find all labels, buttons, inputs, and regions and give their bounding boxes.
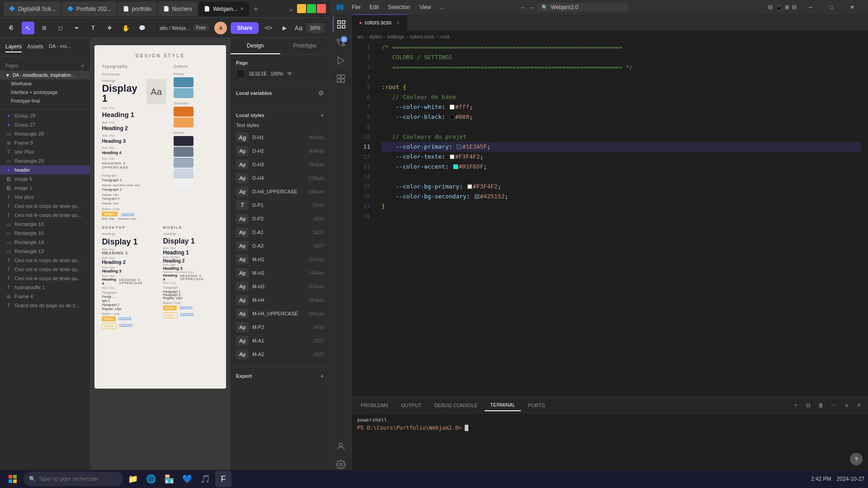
layer-image1[interactable]: 🖼 image 1 xyxy=(0,183,90,192)
activity-source-control[interactable]: 2 xyxy=(333,34,349,51)
menu-selection[interactable]: Selection xyxy=(384,2,414,12)
taskbar-edge[interactable]: 🌐 xyxy=(143,471,159,487)
layer-frame4[interactable]: ⊞ Frame 4 xyxy=(0,292,90,301)
menu-more[interactable]: ... xyxy=(436,2,448,12)
text-style-ma2[interactable]: Ag M-A2 16/27 xyxy=(236,347,324,361)
font-check-icon[interactable]: Aa xyxy=(295,24,302,32)
layout-icon-4[interactable]: ⊟ xyxy=(792,4,797,10)
tab-close-webjam[interactable]: ✕ xyxy=(240,6,244,11)
text-style-mh1[interactable]: Ag M-H1 32/Auto xyxy=(236,253,324,266)
zoom-indicator[interactable]: 36% xyxy=(306,23,324,33)
panel-close-button[interactable]: ✕ xyxy=(854,400,864,411)
text-style-mp2[interactable]: Ag M-P2 14/24 xyxy=(236,320,324,334)
text-style-dh3[interactable]: Ag D-H3 28/Auto xyxy=(236,158,324,171)
tab-design[interactable]: Design xyxy=(231,38,280,54)
activity-run-debug[interactable] xyxy=(333,52,349,69)
present-icon[interactable]: ▶ xyxy=(278,22,291,34)
menu-view[interactable]: View xyxy=(415,2,434,12)
vscode-close-button[interactable]: ✕ xyxy=(842,0,863,14)
browser-tab-nochers[interactable]: 📄 Nochers xyxy=(158,2,198,16)
text-style-dh4[interactable]: Ag D-H4 22/Auto xyxy=(236,171,324,185)
page-prototype-final[interactable]: Prototype final xyxy=(0,97,90,105)
browser-tab-portfolio[interactable]: 🔷 Portfolio 202... xyxy=(62,2,117,16)
text-style-dp2[interactable]: Ag D-P2 18/32 xyxy=(236,212,324,225)
vscode-maximize-button[interactable]: □ xyxy=(821,0,842,14)
share-button[interactable]: Share xyxy=(231,22,258,34)
layer-header[interactable]: ✦ header xyxy=(0,165,90,174)
layer-rect13[interactable]: ▭ Rectangle 13 xyxy=(0,247,90,256)
panel-tab-ports[interactable]: PORTS xyxy=(523,400,551,411)
select-tool[interactable]: ↖ xyxy=(22,22,34,34)
text-style-mh2[interactable]: Ag M-H2 24/Auto xyxy=(236,266,324,280)
activity-explorer[interactable] xyxy=(333,16,349,33)
text-style-mh3[interactable]: Ag M-H3 20/Auto xyxy=(236,280,324,293)
panel-tab-debug[interactable]: DEBUG CONSOLE xyxy=(429,400,483,411)
nav-next-button[interactable]: → xyxy=(528,4,534,11)
layer-text5[interactable]: T Ceci est le corps de texte qui sera ..… xyxy=(0,274,90,283)
layer-hydrobouffe[interactable]: T hydrobouffe 1 xyxy=(0,283,90,292)
local-styles-add[interactable]: + xyxy=(321,112,324,119)
export-add[interactable]: + xyxy=(321,372,324,380)
browser-minimize[interactable] xyxy=(297,4,306,13)
text-tool[interactable]: T xyxy=(87,22,99,34)
figma-home-icon[interactable] xyxy=(5,22,18,34)
tab-prototype[interactable]: Prototype xyxy=(280,38,330,54)
panel-tab-terminal[interactable]: TERMINAL xyxy=(485,399,521,411)
text-style-dh1[interactable]: Ag D-H1 48/Auto xyxy=(236,131,324,144)
taskbar-search[interactable]: 🔍 xyxy=(24,472,123,486)
tab-da-label[interactable]: DA - mo... xyxy=(49,42,71,52)
page-da-moodboards[interactable]: ▼ DA - moodboards, inspirations, ... xyxy=(0,71,90,80)
layout-icon-3[interactable]: ⊞ xyxy=(785,4,789,10)
menu-edit[interactable]: Edit xyxy=(366,2,382,12)
add-page-button[interactable]: + xyxy=(81,62,85,69)
layout-icon-2[interactable]: 📱 xyxy=(775,4,782,10)
browser-maximize[interactable] xyxy=(307,4,316,13)
taskbar-figma[interactable]: F xyxy=(215,471,231,487)
layout-icon-1[interactable]: ⊟ xyxy=(768,4,773,10)
visibility-toggle[interactable]: 👁 xyxy=(287,70,292,77)
code-view-icon[interactable]: </> xyxy=(262,22,275,34)
layer-rect16[interactable]: ▭ Rectangle 16 xyxy=(0,220,90,229)
browser-tab-portfolio2[interactable]: 📄 portfolio xyxy=(118,2,157,16)
layer-image5[interactable]: 🖼 image 5 xyxy=(0,174,90,183)
taskbar-search-input[interactable] xyxy=(38,476,111,482)
layer-text2[interactable]: T Ceci est le corps de texte qui sera ..… xyxy=(0,211,90,220)
nav-prev-button[interactable]: ← xyxy=(520,4,526,11)
activity-account[interactable] xyxy=(333,438,349,455)
taskbar-file-explorer[interactable]: 📁 xyxy=(125,471,141,487)
code-content[interactable]: /* =====================================… xyxy=(374,42,868,397)
layer-rect15[interactable]: ▭ Rectangle 15 xyxy=(0,229,90,238)
split-terminal-button[interactable]: ⊟ xyxy=(803,400,814,411)
layer-text4[interactable]: T Ceci est le corps de texte qui sera ..… xyxy=(0,265,90,274)
text-style-dh4-upper[interactable]: Ag D-H4_UPPERCASE 24/Auto xyxy=(236,185,324,198)
tab-close-scss[interactable]: ✕ xyxy=(396,20,400,25)
layer-frame9[interactable]: ⊞ Frame 9 xyxy=(0,138,90,147)
tab-colors-scss[interactable]: ● colors.scss ✕ xyxy=(352,14,407,30)
tabs-dropdown[interactable]: ⌄ xyxy=(286,4,296,14)
text-style-mh4[interactable]: Ag M-H4 18/Auto xyxy=(236,293,324,307)
tab-assets[interactable]: Assets xyxy=(27,42,43,52)
more-actions-button[interactable]: ⋯ xyxy=(828,400,839,411)
vscode-minimize-button[interactable]: ─ xyxy=(800,0,821,14)
layer-rectangle29[interactable]: ▭ Rectangle 29 xyxy=(0,156,90,165)
browser-tab-webjam[interactable]: 📄 Webjam... ✕ xyxy=(198,2,249,16)
layer-grand-titre[interactable]: T Grand titre de page ou de zone he... xyxy=(0,301,90,310)
text-style-dh2[interactable]: Ag D-H2 36/Auto xyxy=(236,144,324,158)
start-button[interactable] xyxy=(4,472,22,486)
canvas-background[interactable]: DESIGN STYLE Typography Font family xyxy=(90,38,230,470)
activity-extensions[interactable] xyxy=(333,70,349,87)
shapes-tool[interactable]: ◻ xyxy=(54,22,67,34)
text-style-da1[interactable]: Ag D-A1 18/27 xyxy=(236,225,324,239)
component-tool[interactable]: ❖ xyxy=(103,22,116,34)
page-wireframe[interactable]: Wireframe xyxy=(0,80,90,88)
hand-tool[interactable]: ✋ xyxy=(119,22,132,34)
layer-voirplus[interactable]: T Voir Plus xyxy=(0,147,90,156)
browser-close[interactable] xyxy=(317,4,326,13)
layer-voirplus2[interactable]: T Voir plus xyxy=(0,192,90,202)
layer-text1[interactable]: T Ceci est le corps de texte qui sera ..… xyxy=(0,202,90,211)
page-color-swatch[interactable] xyxy=(236,69,245,78)
browser-tab-digitalab[interactable]: 🔷 DigitalAB Soli... xyxy=(4,2,61,16)
page-interface-prototypage[interactable]: Interface + prototypage xyxy=(0,88,90,97)
layer-rectangle28[interactable]: ▭ Rectangle 28 xyxy=(0,129,90,138)
taskbar-store[interactable]: 🏪 xyxy=(161,471,177,487)
